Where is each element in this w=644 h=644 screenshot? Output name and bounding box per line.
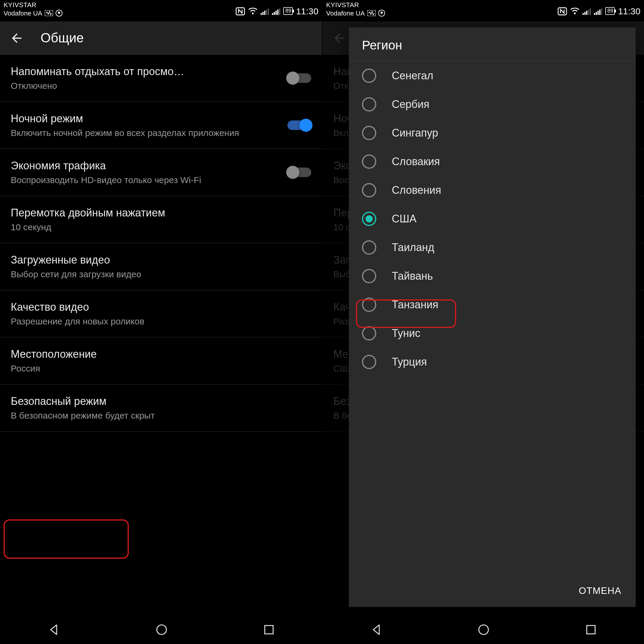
radio-icon: [362, 212, 376, 226]
svg-point-21: [574, 12, 576, 14]
football-icon: [378, 10, 385, 17]
signal-1-icon: [261, 7, 269, 15]
nav-home-icon[interactable]: [155, 623, 168, 636]
toggle-night-mode[interactable]: [287, 120, 311, 130]
signal-1-icon: [583, 7, 591, 15]
carrier-1: KYIVSTAR: [4, 1, 63, 9]
svg-rect-11: [274, 12, 275, 15]
nfc-icon: [236, 7, 245, 15]
region-option[interactable]: Таиланд: [349, 233, 636, 262]
svg-point-32: [479, 625, 489, 634]
toggle-remind-break[interactable]: [287, 73, 311, 83]
screenshot-right: KYIVSTAR Vodafone UA 89 11:30: [322, 0, 644, 644]
radio-icon: [362, 240, 376, 255]
nav-bar: [0, 615, 322, 644]
region-options[interactable]: Сенегал Сербия Сингапур Словакия Словени…: [349, 61, 636, 576]
activity-icon: [45, 10, 53, 16]
signal-2-icon: [594, 7, 603, 15]
setting-downloads[interactable]: Загруженные видеоВыбор сети для загрузки…: [0, 243, 322, 290]
svg-rect-6: [263, 12, 264, 15]
toggle-data-saver[interactable]: [287, 168, 311, 177]
status-bar: KYIVSTAR Vodafone UA 89 11:30: [323, 0, 644, 21]
carrier-2: Vodafone UA: [326, 9, 365, 17]
svg-rect-12: [276, 10, 277, 15]
svg-rect-24: [586, 10, 588, 15]
radio-icon: [362, 183, 376, 197]
region-option[interactable]: Сингапур: [349, 119, 636, 147]
svg-point-15: [157, 625, 166, 634]
back-button[interactable]: [5, 26, 29, 50]
activity-icon: [367, 10, 376, 16]
carrier-2: Vodafone UA: [4, 9, 42, 17]
region-option[interactable]: Тунис: [349, 319, 636, 348]
region-option[interactable]: Турция: [349, 348, 636, 376]
region-dialog: Регион Сенегал Сербия Сингапур Словакия …: [349, 27, 636, 607]
svg-rect-33: [587, 626, 595, 634]
setting-location[interactable]: МестоположениеРоссия: [0, 338, 322, 385]
region-option[interactable]: Сенегал: [349, 61, 636, 90]
carrier-1: KYIVSTAR: [326, 1, 385, 9]
app-bar: Общие: [0, 21, 322, 55]
svg-rect-5: [261, 13, 262, 15]
radio-icon: [362, 355, 376, 369]
clock: 11:30: [618, 7, 640, 15]
svg-rect-25: [588, 9, 589, 15]
wifi-icon: [248, 7, 258, 15]
battery-indicator: 89: [606, 7, 615, 15]
region-option[interactable]: Танзания: [349, 290, 636, 319]
nav-home-icon[interactable]: [477, 623, 490, 636]
svg-rect-14: [279, 8, 281, 15]
setting-data-saver[interactable]: Экономия трафикаВоспроизводить HD-видео …: [0, 149, 322, 196]
setting-video-quality[interactable]: Качество видеоРазрешение для новых ролик…: [0, 290, 322, 338]
svg-marker-2: [58, 11, 60, 14]
region-option[interactable]: Тайвань: [349, 262, 636, 290]
setting-night-mode[interactable]: Ночной режимВключить ночной режим во все…: [0, 102, 322, 149]
radio-icon: [362, 69, 376, 83]
nav-recents-icon[interactable]: [585, 624, 597, 636]
wifi-icon: [570, 7, 580, 15]
setting-safe-mode[interactable]: Безопасный режимВ безопасном режиме буде…: [0, 385, 322, 432]
svg-rect-9: [268, 8, 269, 15]
radio-icon: [362, 326, 376, 340]
battery-indicator: 89: [284, 7, 293, 15]
svg-rect-7: [264, 10, 266, 15]
svg-rect-8: [266, 9, 267, 15]
football-icon: [55, 10, 63, 17]
setting-remind-break[interactable]: Напоминать отдыхать от просмо…Отключено: [0, 55, 322, 102]
radio-icon: [362, 298, 376, 312]
svg-marker-19: [380, 11, 383, 14]
settings-list[interactable]: Напоминать отдыхать от просмо…Отключено …: [0, 55, 322, 432]
setting-double-tap-seek[interactable]: Перемотка двойным нажатием10 секунд: [0, 196, 322, 243]
svg-rect-28: [596, 12, 597, 15]
signal-2-icon: [272, 7, 281, 15]
svg-rect-31: [601, 8, 603, 15]
dialog-title: Регион: [349, 27, 636, 61]
nav-recents-icon[interactable]: [263, 624, 275, 636]
svg-rect-16: [264, 626, 273, 634]
nav-bar: [323, 615, 644, 644]
radio-icon: [362, 154, 376, 169]
svg-rect-10: [272, 13, 273, 15]
highlight-location: [4, 519, 129, 559]
svg-rect-22: [583, 13, 584, 15]
nav-back-icon[interactable]: [47, 623, 61, 636]
svg-rect-13: [278, 9, 279, 15]
region-option-selected[interactable]: США: [349, 205, 636, 233]
cancel-button[interactable]: ОТМЕНА: [573, 581, 627, 601]
svg-rect-27: [594, 13, 595, 15]
radio-icon: [362, 269, 376, 283]
nav-back-icon[interactable]: [370, 623, 383, 636]
radio-icon: [362, 97, 376, 112]
screenshot-left: KYIVSTAR Vodafone UA 89 11:30 Общие: [0, 0, 322, 644]
radio-icon: [362, 126, 376, 140]
status-bar: KYIVSTAR Vodafone UA 89 11:30: [0, 0, 322, 21]
region-option[interactable]: Словения: [349, 176, 636, 205]
svg-rect-23: [585, 12, 586, 15]
svg-point-4: [252, 12, 254, 14]
svg-rect-30: [600, 9, 601, 15]
region-option[interactable]: Сербия: [349, 90, 636, 119]
svg-rect-26: [590, 8, 591, 15]
svg-rect-29: [598, 10, 599, 15]
region-option[interactable]: Словакия: [349, 147, 636, 176]
nfc-icon: [558, 7, 567, 15]
